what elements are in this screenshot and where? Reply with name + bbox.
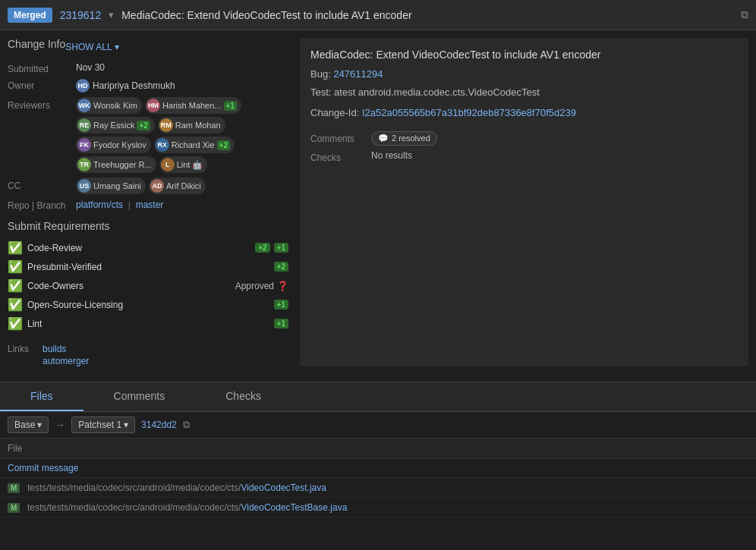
req-name-code-owners: Code-Owners [27, 281, 83, 291]
reviewer-name-harish: Harish Mahen... [162, 101, 222, 110]
reviewer-chip-treehugger[interactable]: TR Treehugger R... [76, 156, 156, 173]
bug-link[interactable]: 247611294 [333, 68, 383, 80]
show-all-button[interactable]: SHOW ALL ▾ [65, 42, 118, 52]
commit-message-link[interactable]: Commit message [8, 463, 78, 473]
tab-comments[interactable]: Comments [83, 382, 196, 411]
tab-files[interactable]: Files [0, 382, 83, 411]
dropdown-arrow[interactable]: ▾ [109, 9, 114, 20]
resolved-count: 2 resolved [392, 134, 430, 143]
ray-vote: +2 [137, 121, 150, 130]
cc-avatar-arif: AD [150, 179, 164, 193]
change-number-link[interactable]: 2319612 [60, 9, 102, 21]
open-source-votes: +1 [272, 300, 288, 310]
main-content: Change Info SHOW ALL ▾ Submitted Nov 30 … [0, 30, 756, 374]
left-panel: Change Info SHOW ALL ▾ Submitted Nov 30 … [8, 38, 300, 366]
req-check-presubmit: ✅ [8, 259, 23, 274]
file-path-link-2[interactable]: VideoCodecTestBase.java [241, 502, 347, 513]
reviewer-name-ray: Ray Essick [93, 121, 134, 130]
req-name-lint: Lint [27, 319, 42, 329]
reviewer-avatar-treehugger: TR [77, 158, 91, 171]
cc-list: US Umang Saini AD Arif Dikici [76, 178, 288, 194]
reviewer-chip-lint[interactable]: L Lint 🤖 [159, 156, 208, 173]
file-tag-1: M [8, 483, 20, 493]
req-name-code-review: Code-Review [27, 243, 82, 253]
cc-name-umang: Umang Saini [93, 181, 141, 190]
req-row-open-source: ✅ Open-Source-Licensing +1 [8, 295, 288, 314]
code-owners-text: Approved [235, 281, 274, 291]
resolved-badge[interactable]: 💬 2 resolved [371, 131, 437, 146]
change-id-link[interactable]: I2a52a055565b67a31bf92deb87336e8f70f5d23… [362, 107, 576, 118]
reviewer-avatar-harish: HM [146, 99, 160, 112]
reviewer-avatar-richard: RX [156, 138, 169, 152]
reviewer-name-wonsik: Wonsik Kim [93, 101, 137, 110]
req-name-presubmit: Presubmit-Verified [27, 262, 102, 272]
commit-message-row[interactable]: Commit message [0, 459, 756, 478]
commit-title: MediaCodec: Extend VideoCodecTest to inc… [310, 49, 738, 61]
top-bar: Merged 2319612 ▾ MediaCodec: Extend Vide… [0, 0, 756, 30]
change-info-title: Change Info [8, 38, 65, 50]
req-check-lint: ✅ [8, 316, 23, 331]
checks-label: Checks [310, 150, 371, 163]
lint-votes: +1 [272, 319, 288, 328]
owner-name: Haripriya Deshmukh [93, 80, 175, 91]
richard-vote: +2 [217, 140, 230, 150]
repo-branch-value: platform/cts | master [76, 199, 288, 211]
base-label: Base [14, 420, 35, 430]
test-line: Test: atest android.media.codec.cts.Vide… [310, 85, 738, 100]
patchset-hash-link[interactable]: 3142dd2 [141, 420, 177, 430]
submitted-label: Submitted [8, 62, 76, 74]
submitted-value: Nov 30 [76, 62, 288, 74]
submit-requirements-section: Submit Requirements ✅ Code-Review +2 +1 … [8, 220, 288, 333]
branch-link[interactable]: master [136, 200, 164, 210]
tabs-bar: Files Comments Checks [0, 382, 756, 412]
code-review-vote-2: +2 [255, 243, 269, 253]
tab-checks[interactable]: Checks [195, 382, 291, 411]
automerger-link[interactable]: automerger [43, 356, 89, 366]
req-row-code-owners: ✅ Code-Owners Approved ❓ [8, 276, 288, 295]
reviewer-chip-ram[interactable]: RM Ram Mohan [158, 117, 225, 134]
reviewer-chip-richard[interactable]: RX Richard Xie +2 [154, 137, 235, 153]
repo-link[interactable]: platform/cts [76, 200, 123, 210]
cc-name-arif: Arif Dikici [166, 181, 201, 190]
file-cell-1: M tests/tests/media/codec/src/android/me… [0, 478, 756, 498]
right-panel: MediaCodec: Extend VideoCodecTest to inc… [300, 38, 748, 366]
code-review-vote-1: +1 [274, 243, 288, 253]
copy-title-icon[interactable]: ⧉ [741, 8, 748, 21]
reviewer-name-fyodor: Fyodor Kyslov [93, 140, 146, 149]
presubmit-vote-2: +2 [274, 262, 288, 272]
commit-body: Bug: 247611294 Test: atest android.media… [310, 67, 738, 121]
repo-branch-label: Repo | Branch [8, 199, 76, 211]
files-table-header: File [0, 438, 756, 459]
base-dropdown[interactable]: Base ▾ [8, 416, 49, 433]
reviewer-chip-fyodor[interactable]: FK Fyodor Kyslov [76, 137, 151, 153]
copy-hash-icon[interactable]: ⧉ [183, 419, 190, 431]
cc-chip-umang[interactable]: US Umang Saini [76, 178, 146, 194]
reviewer-avatar-ram: RM [159, 118, 173, 132]
reviewer-chip-wonsik[interactable]: WK Wonsik Kim [76, 97, 142, 114]
harish-vote: +1 [224, 101, 237, 111]
reviewer-name-treehugger: Treehugger R... [93, 160, 152, 169]
req-row-presubmit: ✅ Presubmit-Verified +2 [8, 257, 288, 276]
reviewer-chip-harish[interactable]: HM Harish Mahen... +1 [145, 97, 241, 114]
owner-chip: HD Haripriya Deshmukh [76, 79, 288, 93]
files-section: Base ▾ → Patchset 1 ▾ 3142dd2 ⧉ File Com… [0, 412, 756, 517]
help-icon-code-owners[interactable]: ❓ [277, 281, 288, 291]
reviewer-avatar-lint: L [161, 158, 175, 171]
reviewer-name-ram: Ram Mohan [175, 121, 221, 130]
lint-vote-1: +1 [274, 319, 288, 328]
file-path-link-1[interactable]: VideoCodecTest.java [241, 482, 326, 493]
diff-arrow: → [55, 419, 65, 431]
req-row-lint: ✅ Lint +1 [8, 314, 288, 333]
cc-avatar-umang: US [77, 179, 91, 193]
reviewer-avatar-fyodor: FK [77, 138, 91, 152]
reviewer-chip-ray[interactable]: RE Ray Essick +2 [76, 117, 155, 134]
base-dropdown-arrow: ▾ [37, 420, 42, 430]
bug-line: Bug: 247611294 [310, 67, 738, 82]
cc-chip-arif[interactable]: AD Arif Dikici [149, 178, 206, 194]
open-source-vote-1: +1 [274, 300, 288, 310]
comments-label: Comments [310, 131, 371, 146]
file-cell-2: M tests/tests/media/codec/src/android/me… [0, 498, 756, 517]
patchset-dropdown[interactable]: Patchset 1 ▾ [71, 416, 135, 433]
links-label: Links [8, 344, 38, 354]
builds-link[interactable]: builds [43, 344, 89, 354]
